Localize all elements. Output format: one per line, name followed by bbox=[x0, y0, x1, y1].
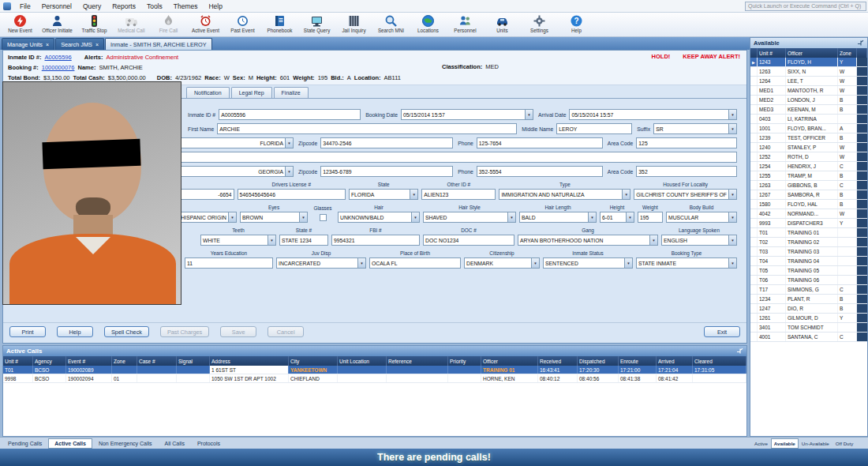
tab-off-duty[interactable]: Off Duty bbox=[832, 438, 857, 449]
language-spoken-select[interactable]: ENGLISH▼ bbox=[661, 235, 737, 246]
place-of-birth-field[interactable]: OCALA FL bbox=[369, 257, 461, 269]
column-header[interactable]: Cleared bbox=[693, 356, 746, 366]
dropdown-arrow-icon[interactable]: ▼ bbox=[299, 212, 307, 222]
unit-row[interactable]: 1254HENDRIX, JC bbox=[750, 162, 867, 171]
juv-disp-select[interactable]: INCARCERATED▼ bbox=[276, 257, 366, 269]
unit-row[interactable]: 9993DISPATCHER3Y bbox=[750, 219, 867, 228]
booking-type-select[interactable]: STATE INMATE▼ bbox=[636, 257, 737, 269]
dropdown-arrow-icon[interactable]: ▼ bbox=[728, 235, 736, 245]
fbi-number-field[interactable]: 9954321 bbox=[331, 235, 420, 246]
hair-style-select[interactable]: SHAVED▼ bbox=[423, 212, 516, 223]
mailing-zipcode-field[interactable]: 12345-6789 bbox=[320, 166, 453, 177]
unit-row[interactable]: 1240STANLEY, PW bbox=[750, 143, 867, 152]
unit-row[interactable]: T06TRAINING 06 bbox=[750, 276, 867, 285]
column-header[interactable]: Unit # bbox=[758, 48, 786, 58]
unit-row[interactable]: T05TRAINING 05 bbox=[750, 266, 867, 276]
unit-row[interactable]: 1267SAMBORA, RB bbox=[750, 190, 867, 200]
phonebook-button[interactable]: Phonebook bbox=[261, 13, 298, 33]
unit-row[interactable]: MED2LONDON, JB bbox=[750, 96, 867, 105]
print-button[interactable]: Print bbox=[9, 326, 46, 337]
unit-row[interactable]: MED3KEENAN, MB bbox=[750, 105, 867, 115]
jail-inquiry-button[interactable]: Jail Inquiry bbox=[335, 13, 372, 33]
mailing-phone-field[interactable]: 352-5554 bbox=[477, 166, 603, 177]
tab-un-available[interactable]: Un-Available bbox=[799, 438, 832, 449]
search-mni-button[interactable]: Search MNI bbox=[372, 13, 410, 33]
home-area-code-field[interactable]: 125 bbox=[636, 137, 737, 148]
other-id-field[interactable]: ALIEN123 bbox=[421, 189, 496, 200]
booking-date-select[interactable]: 05/15/2014 15:57▼ bbox=[401, 109, 533, 120]
dropdown-arrow-icon[interactable]: ▼ bbox=[728, 258, 736, 268]
pin-icon[interactable] bbox=[857, 39, 864, 47]
unit-row[interactable]: 1580FLOYD, HALB bbox=[750, 200, 867, 209]
tab-non-emergency-calls[interactable]: Non Emergency Calls bbox=[92, 438, 159, 449]
dropdown-arrow-icon[interactable]: ▼ bbox=[357, 258, 365, 268]
arrival-date-select[interactable]: 05/15/2014 15:57▼ bbox=[569, 109, 737, 120]
new-event-button[interactable]: New Event bbox=[2, 13, 39, 33]
unit-row[interactable]: 1255TRAMP, MB bbox=[750, 171, 867, 181]
unit-row[interactable]: T01TRAINING 01 bbox=[750, 228, 867, 238]
dropdown-arrow-icon[interactable]: ▼ bbox=[624, 258, 632, 268]
spell-check-button[interactable]: Spell Check bbox=[104, 326, 149, 337]
dropdown-arrow-icon[interactable]: ▼ bbox=[531, 258, 539, 268]
inmate-id-link[interactable]: A0005596 bbox=[45, 54, 72, 61]
tab-available[interactable]: Available bbox=[771, 438, 799, 449]
quick-launch-input[interactable]: Quick Launch or Execute Command (Ctrl + … bbox=[745, 2, 866, 11]
dropdown-arrow-icon[interactable]: ▼ bbox=[268, 235, 275, 245]
column-header[interactable]: Unit # bbox=[3, 356, 33, 366]
first-name-field[interactable]: ARCHIE bbox=[217, 123, 517, 134]
column-header[interactable]: Zone bbox=[838, 48, 857, 58]
home-zipcode-field[interactable]: 34470-2546 bbox=[320, 137, 453, 148]
tab-legal-rep[interactable]: Legal Rep bbox=[231, 87, 272, 98]
column-header[interactable]: Signal bbox=[177, 356, 210, 366]
years-education-field[interactable]: 11 bbox=[185, 257, 273, 269]
unit-row[interactable]: 0403LI, KATRINA bbox=[750, 115, 867, 124]
unit-row[interactable]: 4042NORMAND...W bbox=[750, 209, 867, 219]
tab-search-jms[interactable]: Search JMS × bbox=[55, 38, 104, 50]
dropdown-arrow-icon[interactable]: ▼ bbox=[622, 190, 630, 199]
inmate-status-select[interactable]: SENTENCED▼ bbox=[543, 257, 633, 269]
hair-select[interactable]: UNKNOWN/BALD▼ bbox=[338, 212, 420, 223]
dropdown-arrow-icon[interactable]: ▼ bbox=[410, 190, 417, 199]
menu-themes[interactable]: Themes bbox=[168, 0, 204, 12]
dropdown-arrow-icon[interactable]: ▼ bbox=[649, 235, 657, 245]
unit-row[interactable]: 1239TEST, OFFICERB bbox=[750, 133, 867, 143]
past-event-button[interactable]: Past Event bbox=[224, 13, 261, 33]
column-header[interactable]: Agency bbox=[33, 356, 66, 366]
unit-row[interactable]: T02TRAINING 02 bbox=[750, 238, 867, 247]
dropdown-arrow-icon[interactable]: ▼ bbox=[626, 212, 634, 222]
column-header[interactable]: Arrived bbox=[657, 356, 693, 366]
dropdown-arrow-icon[interactable]: ▼ bbox=[728, 212, 736, 222]
menu-reports[interactable]: Reports bbox=[107, 0, 141, 12]
close-icon[interactable]: × bbox=[46, 42, 49, 47]
menu-file[interactable]: File bbox=[14, 0, 36, 12]
doc-number-field[interactable]: DOC NO1234 bbox=[423, 235, 514, 246]
drivers-license-field[interactable]: 546545645646 bbox=[238, 189, 346, 200]
tab-active-calls[interactable]: Active Calls bbox=[48, 438, 92, 449]
active-event-button[interactable]: Active Event bbox=[187, 13, 224, 33]
unit-row[interactable]: 1264LEE, TW bbox=[750, 77, 867, 86]
column-header[interactable]: Zone bbox=[112, 356, 137, 366]
column-header[interactable]: Case # bbox=[137, 356, 177, 366]
dl-state-select[interactable]: FLORIDA▼ bbox=[349, 189, 418, 200]
mailing-area-code-field[interactable]: 352 bbox=[636, 166, 737, 177]
height-select[interactable]: 6-01▼ bbox=[600, 212, 634, 223]
unit-row[interactable]: 1247DIO, RB bbox=[750, 304, 867, 314]
home-phone-field[interactable]: 125-7654 bbox=[477, 137, 603, 148]
dropdown-arrow-icon[interactable]: ▼ bbox=[228, 212, 236, 222]
unit-row[interactable]: 1234PLANT, RB bbox=[750, 295, 867, 304]
teeth-select[interactable]: WHITE▼ bbox=[200, 235, 276, 246]
officer-initiate-button[interactable]: Officer Initiate bbox=[39, 13, 76, 33]
tab-inmate[interactable]: Inmate - SMITH SR, ARCHIE LEROY bbox=[105, 38, 212, 50]
help-form-button[interactable]: Help bbox=[57, 326, 93, 337]
unit-row[interactable]: 4001SANTANA, CC bbox=[750, 333, 867, 342]
column-header[interactable]: Priority bbox=[448, 356, 481, 366]
column-header[interactable]: City bbox=[289, 356, 338, 366]
column-header[interactable]: Enroute bbox=[619, 356, 657, 366]
menu-personnel[interactable]: Personnel bbox=[36, 0, 77, 12]
tab-notification[interactable]: Notification bbox=[186, 87, 230, 98]
body-build-select[interactable]: MUSCULAR▼ bbox=[666, 212, 737, 223]
other-id-type-select[interactable]: IMMIGRATION AND NATURALIZA▼ bbox=[499, 189, 630, 200]
gang-select[interactable]: ARYAN BROTHERHOOD NATION▼ bbox=[518, 235, 658, 246]
hair-length-select[interactable]: BALD▼ bbox=[519, 212, 597, 223]
unit-row[interactable]: 1001FLOYD, BRAN...A bbox=[750, 124, 867, 133]
